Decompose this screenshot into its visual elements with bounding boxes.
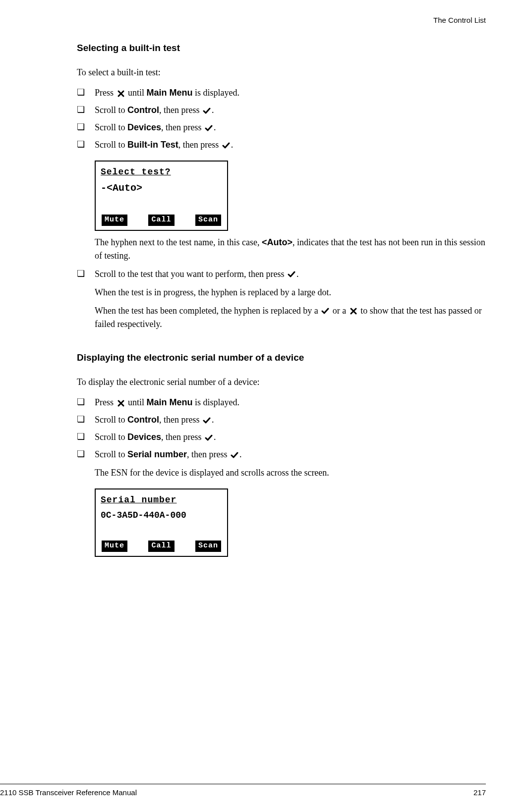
- footer-page-number: 217: [473, 787, 486, 799]
- text: .: [296, 269, 299, 279]
- x-icon: [117, 399, 125, 407]
- checkbox-icon: ❏: [77, 431, 86, 443]
- lcd-body: 0C-3A5D-440A-000: [101, 509, 222, 534]
- text: Scroll to: [95, 105, 127, 115]
- bold-text: Devices: [127, 432, 161, 442]
- bold-text: Devices: [127, 122, 161, 132]
- text: until: [126, 88, 147, 98]
- lcd-softkeys: Mute Call Scan: [101, 541, 222, 552]
- section1-intro: To select a built-in test:: [77, 66, 486, 79]
- text: , then press: [187, 449, 230, 459]
- lcd-serial: Serial number 0C-3A5D-440A-000 Mute Call…: [95, 488, 228, 557]
- checkbox-icon: ❏: [77, 413, 86, 426]
- softkey-scan: Scan: [195, 215, 221, 226]
- text: Press: [95, 397, 116, 407]
- text: .: [212, 415, 214, 425]
- checkbox-icon: ❏: [77, 396, 86, 408]
- step-text: Scroll to Devices, then press .: [95, 121, 486, 134]
- text: .: [214, 122, 216, 132]
- step-text: Scroll to Serial number, then press .: [95, 448, 486, 461]
- footer-manual-title: 2110 SSB Transceiver Reference Manual: [0, 787, 137, 799]
- text: until: [126, 397, 147, 407]
- lcd-title: Select test?: [101, 165, 222, 179]
- bold-text: Main Menu: [147, 397, 193, 407]
- checkbox-icon: ❏: [77, 86, 86, 99]
- bold-text: Main Menu: [147, 88, 193, 98]
- list-item: ❏ Scroll to Devices, then press .: [77, 121, 486, 134]
- x-icon: [117, 90, 125, 98]
- section1-heading: Selecting a built-in test: [77, 41, 486, 55]
- text: , then press: [178, 140, 221, 150]
- text: , then press: [159, 415, 202, 425]
- x-icon: [350, 307, 357, 315]
- bold-text: Serial number: [127, 449, 187, 459]
- section2-heading: Displaying the electronic serial number …: [77, 351, 486, 365]
- section2-steps: ❏ Press until Main Menu is displayed. ❏ …: [77, 396, 486, 461]
- section1-steps: ❏ Press until Main Menu is displayed. ❏ …: [77, 86, 486, 152]
- text: Press: [95, 88, 116, 98]
- bold-text: Built-in Test: [127, 140, 178, 150]
- text: Scroll to: [95, 432, 127, 442]
- text: Scroll to the test that you want to perf…: [95, 269, 287, 279]
- lcd-title: Serial number: [101, 493, 222, 507]
- softkey-call: Call: [148, 215, 174, 226]
- header-chapter: The Control List: [0, 15, 486, 26]
- step-text: Press until Main Menu is displayed.: [95, 86, 486, 100]
- step-text: Scroll to Devices, then press .: [95, 431, 486, 444]
- softkey-mute: Mute: [102, 541, 127, 552]
- section2-after: The ESN for the device is displayed and …: [95, 466, 486, 480]
- check-icon: [222, 142, 230, 150]
- check-icon: [205, 434, 213, 442]
- text: is displayed.: [193, 88, 240, 98]
- text: .: [239, 449, 242, 459]
- text: , then press: [161, 122, 204, 132]
- list-item: ❏ Scroll to Devices, then press .: [77, 431, 486, 444]
- check-icon: [231, 451, 238, 459]
- text: , then press: [159, 105, 202, 115]
- text: .: [231, 140, 234, 150]
- text: .: [212, 105, 214, 115]
- text: , then press: [161, 432, 204, 442]
- checkbox-icon: ❏: [77, 268, 86, 280]
- text: When the test has been completed, the hy…: [95, 306, 320, 316]
- check-icon: [288, 271, 295, 278]
- step-text: Scroll to the test that you want to perf…: [95, 268, 486, 281]
- step-text: Press until Main Menu is displayed.: [95, 396, 486, 409]
- section1-progress: When the test is in progress, the hyphen…: [95, 286, 486, 299]
- step-text: Scroll to Control, then press .: [95, 413, 486, 427]
- footer: 2110 SSB Transceiver Reference Manual 21…: [0, 784, 486, 799]
- list-item: ❏ Scroll to Built-in Test, then press .: [77, 138, 486, 152]
- check-icon: [321, 307, 329, 315]
- text: Scroll to: [95, 415, 127, 425]
- softkey-call: Call: [148, 541, 174, 552]
- bold-text: Control: [127, 105, 159, 115]
- checkbox-icon: ❏: [77, 104, 86, 116]
- text: .: [214, 432, 216, 442]
- bold-text: <Auto>: [262, 237, 293, 247]
- text: Scroll to: [95, 140, 127, 150]
- section2-intro: To display the electronic serial number …: [77, 376, 486, 389]
- section1-steps-cont: ❏ Scroll to the test that you want to pe…: [77, 268, 486, 281]
- softkey-mute: Mute: [102, 215, 127, 226]
- step-text: Scroll to Built-in Test, then press .: [95, 138, 486, 152]
- lcd-softkeys: Mute Call Scan: [101, 215, 222, 226]
- check-icon: [205, 124, 213, 132]
- check-icon: [203, 417, 211, 425]
- lcd-body: -<Auto>: [101, 181, 222, 208]
- step-text: Scroll to Control, then press .: [95, 104, 486, 117]
- checkbox-icon: ❏: [77, 448, 86, 460]
- checkbox-icon: ❏: [77, 121, 86, 133]
- text: Scroll to: [95, 449, 127, 459]
- list-item: ❏ Scroll to Control, then press .: [77, 413, 486, 427]
- lcd-select-test: Select test? -<Auto> Mute Call Scan: [95, 161, 228, 231]
- section1-after-lcd: The hyphen next to the test name, in thi…: [95, 236, 486, 263]
- list-item: ❏ Press until Main Menu is displayed.: [77, 86, 486, 100]
- bold-text: Control: [127, 415, 159, 425]
- text: The hyphen next to the test name, in thi…: [95, 237, 262, 247]
- list-item: ❏ Scroll to Control, then press .: [77, 104, 486, 117]
- list-item: ❏ Press until Main Menu is displayed.: [77, 396, 486, 409]
- text: Scroll to: [95, 122, 127, 132]
- text: is displayed.: [193, 397, 240, 407]
- checkbox-icon: ❏: [77, 138, 86, 151]
- check-icon: [203, 107, 211, 115]
